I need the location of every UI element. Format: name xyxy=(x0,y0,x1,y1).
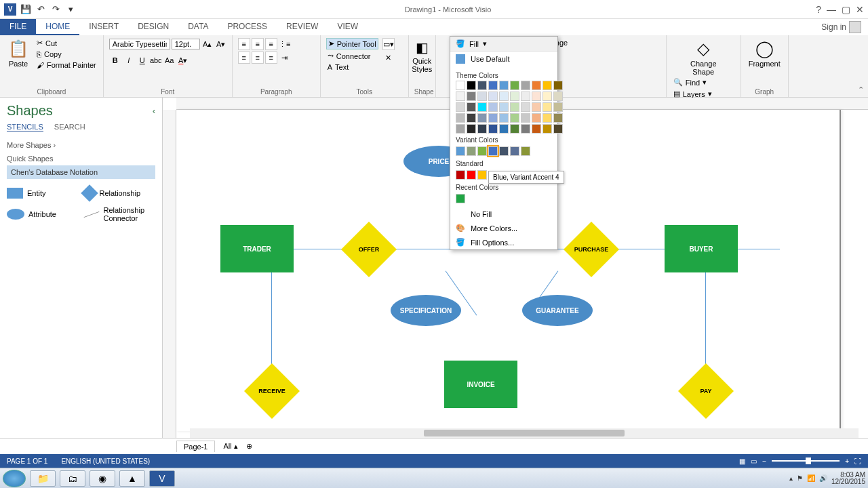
close-icon[interactable]: ✕ xyxy=(856,4,864,15)
shrink-font-button[interactable]: A▾ xyxy=(215,38,227,50)
chen-notation-stencil[interactable]: Chen's Database Notation xyxy=(7,165,155,179)
view-mode-icon[interactable]: ▦ xyxy=(739,458,745,465)
no-fill-item[interactable]: No Fill xyxy=(450,207,557,221)
entity-trader[interactable]: TRADER xyxy=(220,225,294,272)
stencil-connector[interactable]: Relationship Connector xyxy=(83,206,156,222)
help-icon[interactable]: ? xyxy=(816,4,821,15)
fill-options-item[interactable]: 🪣Fill Options... xyxy=(450,235,557,249)
quick-shapes-link[interactable]: Quick Shapes xyxy=(7,152,155,165)
italic-button[interactable]: I xyxy=(123,54,135,66)
all-pages[interactable]: All ▴ xyxy=(223,442,237,451)
copy-button[interactable]: ⎘Copy xyxy=(35,49,98,59)
more-colors-item[interactable]: 🎨More Colors... xyxy=(450,221,557,235)
find-button[interactable]: 🔍Find▾ xyxy=(672,77,735,87)
text-tool-button[interactable]: AText xyxy=(326,62,378,72)
align-mid-button[interactable]: ≡ xyxy=(252,38,264,50)
align-right-button[interactable]: ≡ xyxy=(265,52,277,64)
folder-icon[interactable]: 🗂 xyxy=(60,470,85,487)
align-center-button[interactable]: ≡ xyxy=(252,52,264,64)
start-button[interactable] xyxy=(3,470,26,487)
tab-view[interactable]: VIEW xyxy=(328,19,368,35)
stencils-tab[interactable]: STENCILS xyxy=(7,123,43,131)
format-painter-button[interactable]: 🖌Format Painter xyxy=(35,60,98,70)
collapse-ribbon-icon[interactable]: ⌃ xyxy=(858,85,864,94)
sign-in[interactable]: Sign in xyxy=(814,19,868,35)
paste-button[interactable]: 📋 Paste xyxy=(5,38,31,69)
collapse-pane-icon[interactable]: ‹ xyxy=(153,106,155,116)
zoom-in-button[interactable]: + xyxy=(845,458,849,465)
fragment-button[interactable]: ◯ Fragment xyxy=(747,38,783,69)
stencil-attribute[interactable]: Attribute xyxy=(7,206,79,222)
tab-review[interactable]: REVIEW xyxy=(277,19,328,35)
rectangle-tool-button[interactable]: ▭▾ xyxy=(382,38,395,50)
entity-invoice[interactable]: INVOICE xyxy=(444,361,517,408)
clock-time[interactable]: 8:03 AM xyxy=(831,472,865,479)
scrollbar-thumb[interactable] xyxy=(424,430,625,436)
undo-icon[interactable]: ↶ xyxy=(35,4,46,15)
qat-dropdown-icon[interactable]: ▾ xyxy=(65,4,76,15)
font-family-select[interactable] xyxy=(109,39,170,49)
more-shapes-link[interactable]: More Shapes › xyxy=(7,138,155,152)
tab-data[interactable]: DATA xyxy=(178,19,218,35)
grow-font-button[interactable]: A▴ xyxy=(201,38,214,50)
rel-receive[interactable]: RECEIVE xyxy=(252,371,292,411)
fill-button-header[interactable]: 🪣 Fill ▾ xyxy=(450,37,557,52)
visio-task-icon[interactable]: V xyxy=(149,470,175,487)
minimize-icon[interactable]: — xyxy=(827,4,836,15)
attr-guarantee[interactable]: GUARANTEE xyxy=(522,295,593,326)
tray-up-icon[interactable]: ▴ xyxy=(789,474,793,482)
strike-button[interactable]: abc xyxy=(150,54,162,66)
bullets-button[interactable]: ⋮≡ xyxy=(279,38,291,50)
attr-specification[interactable]: SPECIFICATION xyxy=(391,295,461,326)
quick-styles-button[interactable]: ◧ Quick Styles xyxy=(414,38,430,75)
save-icon[interactable]: 💾 xyxy=(20,4,31,15)
restore-icon[interactable]: ▢ xyxy=(842,4,850,15)
rel-pay[interactable]: PAY xyxy=(686,371,726,411)
tab-insert[interactable]: INSERT xyxy=(79,19,128,35)
redo-icon[interactable]: ↷ xyxy=(50,4,61,15)
action-center-icon[interactable]: ⚑ xyxy=(797,474,803,482)
page-indicator[interactable]: PAGE 1 OF 1 xyxy=(7,458,47,465)
volume-icon[interactable]: 🔊 xyxy=(819,474,827,482)
clock-date[interactable]: 12/20/2015 xyxy=(831,479,865,485)
search-tab[interactable]: SEARCH xyxy=(54,123,85,131)
page-tab-1[interactable]: Page-1 xyxy=(176,441,215,452)
bold-button[interactable]: B xyxy=(109,54,121,66)
rel-offer[interactable]: OFFER xyxy=(349,230,389,269)
new-page-button[interactable]: ⊕ xyxy=(246,442,252,451)
fit-page-button[interactable]: ⛶ xyxy=(854,458,861,465)
stencil-relationship[interactable]: Relationship xyxy=(83,187,156,199)
delete-button[interactable]: ✕ xyxy=(382,52,395,64)
align-left-button[interactable]: ≡ xyxy=(238,52,250,64)
selected-swatch[interactable] xyxy=(488,146,498,156)
font-size-select[interactable] xyxy=(172,39,200,49)
use-default-item[interactable]: Use Default xyxy=(450,52,557,66)
horizontal-scrollbar[interactable] xyxy=(190,428,859,438)
language-indicator[interactable]: ENGLISH (UNITED STATES) xyxy=(61,458,150,465)
align-bot-button[interactable]: ≡ xyxy=(265,38,277,50)
tab-process[interactable]: PROCESS xyxy=(218,19,277,35)
stencil-entity[interactable]: Entity xyxy=(7,187,79,199)
chrome-icon[interactable]: ◉ xyxy=(90,470,115,487)
underline-button[interactable]: U xyxy=(136,54,149,66)
align-top-button[interactable]: ≡ xyxy=(238,38,250,50)
rel-purchase[interactable]: PURCHASE xyxy=(572,230,611,269)
presentation-icon[interactable]: ▭ xyxy=(751,458,757,465)
entity-buyer[interactable]: BUYER xyxy=(665,225,738,272)
tab-design[interactable]: DESIGN xyxy=(128,19,178,35)
swatch[interactable] xyxy=(456,81,465,90)
zoom-out-button[interactable]: − xyxy=(762,458,766,465)
network-icon[interactable]: 📶 xyxy=(807,474,815,482)
pointer-tool-button[interactable]: ➤Pointer Tool xyxy=(326,38,378,49)
connector-button[interactable]: ⤳Connector xyxy=(326,51,378,61)
font-color-button[interactable]: A▾ xyxy=(177,54,189,66)
zoom-slider[interactable] xyxy=(772,460,840,462)
indent-button[interactable]: ⇥ xyxy=(279,52,291,64)
tab-file[interactable]: FILE xyxy=(0,19,36,35)
case-button[interactable]: Aa xyxy=(163,54,176,66)
explorer-icon[interactable]: 📁 xyxy=(30,470,56,487)
tab-home[interactable]: HOME xyxy=(36,19,79,35)
vlc-icon[interactable]: ▲ xyxy=(119,470,145,487)
change-shape-button[interactable]: ◇ Change Shape xyxy=(672,38,735,77)
cut-button[interactable]: ✂Cut xyxy=(35,38,98,48)
